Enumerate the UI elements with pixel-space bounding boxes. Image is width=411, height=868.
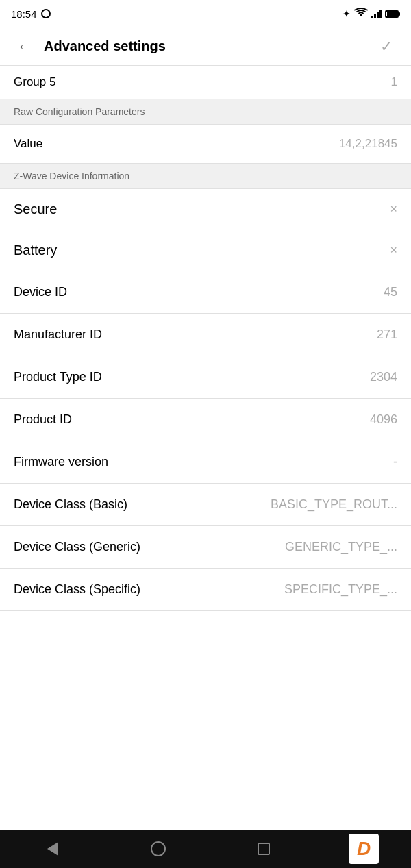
section-header-zwave: Z-Wave Device Information xyxy=(0,164,411,189)
group-value: 1 xyxy=(391,75,397,89)
content-area: Group 5 1 Raw Configuration Parameters V… xyxy=(0,66,411,830)
nav-recents-button[interactable] xyxy=(243,835,284,863)
secure-row: Secure × xyxy=(0,189,411,230)
device-class-basic-value: BASIC_TYPE_ROUT... xyxy=(271,497,397,512)
section-header-raw-config: Raw Configuration Parameters xyxy=(0,99,411,125)
nav-back-button[interactable] xyxy=(32,835,73,863)
product-type-id-row: Product Type ID 2304 xyxy=(0,356,411,399)
top-bar: ← Advanced settings ✓ xyxy=(0,27,411,66)
device-id-value: 45 xyxy=(384,285,397,299)
product-type-id-value: 2304 xyxy=(370,370,397,384)
firmware-version-value: - xyxy=(393,455,397,469)
device-class-specific-label: Device Class (Specific) xyxy=(14,582,140,597)
device-class-generic-value: GENERIC_TYPE_... xyxy=(285,540,397,554)
signal-icon xyxy=(371,10,382,18)
battery-label: Battery xyxy=(14,243,57,258)
product-id-row: Product ID 4096 xyxy=(0,399,411,441)
group-label: Group 5 xyxy=(14,75,55,89)
back-button[interactable]: ← xyxy=(11,33,38,60)
device-class-specific-value: SPECIFIC_TYPE_... xyxy=(284,582,397,597)
firmware-version-row: Firmware version - xyxy=(0,441,411,484)
nav-home-icon xyxy=(151,841,166,856)
manufacturer-id-label: Manufacturer ID xyxy=(14,327,102,342)
wifi-icon xyxy=(354,8,368,20)
confirm-button[interactable]: ✓ xyxy=(373,33,400,60)
page-title: Advanced settings xyxy=(38,38,373,54)
battery-row: Battery × xyxy=(0,230,411,271)
firmware-version-label: Firmware version xyxy=(14,455,108,469)
battery-icon xyxy=(385,10,400,18)
domotica-d-letter: D xyxy=(357,838,371,860)
product-id-value: 4096 xyxy=(370,412,397,427)
manufacturer-id-row: Manufacturer ID 271 xyxy=(0,314,411,356)
product-type-id-label: Product Type ID xyxy=(14,370,102,384)
nav-home-button[interactable] xyxy=(138,835,179,863)
group-row: Group 5 1 xyxy=(0,66,411,99)
status-time-group: 18:54 xyxy=(11,8,51,20)
nav-bar: D xyxy=(0,830,411,868)
nav-recents-icon xyxy=(258,843,270,855)
device-class-specific-row: Device Class (Specific) SPECIFIC_TYPE_..… xyxy=(0,569,411,611)
device-class-generic-label: Device Class (Generic) xyxy=(14,540,140,554)
manufacturer-id-value: 271 xyxy=(377,327,397,342)
status-bar: 18:54 ✦ xyxy=(0,0,411,27)
status-icons: ✦ xyxy=(342,8,400,20)
battery-remove-button[interactable]: × xyxy=(390,243,397,258)
device-class-basic-label: Device Class (Basic) xyxy=(14,497,127,512)
check-icon: ✓ xyxy=(380,38,393,55)
alarm-icon xyxy=(41,9,51,18)
back-arrow-icon: ← xyxy=(17,38,32,55)
nav-back-icon xyxy=(47,842,58,856)
device-id-label: Device ID xyxy=(14,285,67,299)
status-time: 18:54 xyxy=(11,8,37,20)
value-value: 14,2,21845 xyxy=(339,137,397,151)
device-class-generic-row: Device Class (Generic) GENERIC_TYPE_... xyxy=(0,526,411,569)
domotica-logo[interactable]: D xyxy=(349,834,379,864)
value-row: Value 14,2,21845 xyxy=(0,125,411,164)
product-id-label: Product ID xyxy=(14,412,72,427)
device-class-basic-row: Device Class (Basic) BASIC_TYPE_ROUT... xyxy=(0,484,411,526)
device-id-row: Device ID 45 xyxy=(0,271,411,314)
secure-label: Secure xyxy=(14,201,57,217)
value-label: Value xyxy=(14,137,42,151)
gemini-icon: ✦ xyxy=(342,8,351,19)
secure-remove-button[interactable]: × xyxy=(390,202,397,216)
